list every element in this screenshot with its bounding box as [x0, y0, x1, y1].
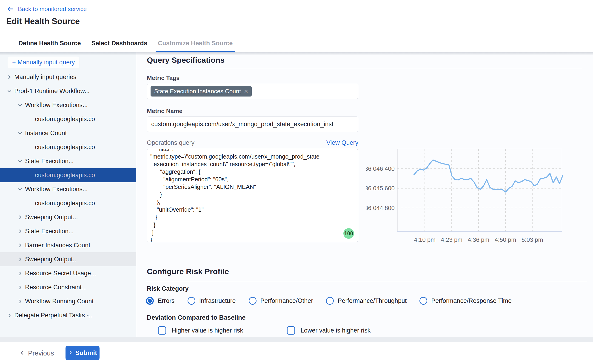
query-tree: Manually input queriesProd-1 Runtime Wor…: [0, 70, 136, 322]
deviation-checkbox-higher-value-is-higher-risk[interactable]: Higher value is higher risk: [158, 326, 243, 335]
section-divider: [146, 69, 582, 69]
chevron-right-icon[interactable]: [7, 312, 14, 318]
tree-item-prod-1-runtime-workflow[interactable]: Prod-1 Runtime Workflow...: [0, 84, 136, 98]
chevron-down-icon[interactable]: [17, 130, 25, 136]
configure-risk-profile-title: Configure Risk Profile: [147, 267, 229, 276]
tree-item-state-execution[interactable]: State Execution...: [0, 154, 136, 168]
chevron-down-icon[interactable]: [17, 186, 25, 192]
chevron-right-icon[interactable]: [17, 285, 25, 291]
chevron-down-icon[interactable]: [17, 102, 25, 108]
tree-item-label: Delegate Perpetual Tasks -...: [14, 312, 94, 319]
checkbox-icon[interactable]: [158, 326, 166, 335]
radio-icon[interactable]: [188, 297, 195, 305]
tree-item-resource-constraint[interactable]: Resource Constraint...: [0, 280, 136, 294]
risk-radio-label: Infrastructure: [199, 297, 236, 305]
tree-item-sweeping-output[interactable]: Sweeping Output...: [0, 252, 136, 266]
tree-item-custom-googleapis-co[interactable]: custom.googleapis.co: [0, 196, 136, 210]
manually-input-query-link[interactable]: + Manually input query: [8, 57, 79, 68]
tree-item-workflow-running-count[interactable]: Workflow Running Count: [0, 294, 136, 308]
radio-icon[interactable]: [419, 297, 427, 305]
risk-radio-label: Errors: [158, 297, 175, 305]
radio-icon[interactable]: [249, 297, 256, 305]
chevron-right-icon[interactable]: [17, 299, 25, 305]
tree-item-custom-googleapis-co[interactable]: custom.googleapis.co: [0, 112, 136, 126]
remove-tag-icon[interactable]: ×: [244, 88, 248, 95]
metric-name-input[interactable]: [147, 117, 358, 132]
risk-radio-label: Performance/Response Time: [431, 297, 512, 305]
deviation-checkbox-group: Higher value is higher riskLower value i…: [158, 326, 371, 335]
svg-text:4:36 pm: 4:36 pm: [468, 236, 489, 243]
metric-tag-chip: State Execution Instances Count ×: [150, 86, 252, 97]
risk-radio-performance-other[interactable]: Performance/Other: [249, 297, 313, 305]
tree-item-manually-input-queries[interactable]: Manually input queries: [0, 70, 136, 84]
view-query-link[interactable]: View Query: [326, 139, 358, 146]
chevron-right-icon[interactable]: [17, 242, 25, 248]
tree-item-resource-secret-usage[interactable]: Resource Secret Usage...: [0, 266, 136, 280]
tree-item-label: custom.googleapis.co: [35, 200, 95, 207]
submit-button[interactable]: Submit: [65, 346, 99, 360]
query-tree-sidebar: + Manually input query Manually input qu…: [0, 52, 136, 342]
back-to-monitored-service-link[interactable]: Back to monitored service: [7, 5, 87, 13]
tree-item-label: Sweeping Output...: [25, 256, 78, 263]
tree-item-custom-googleapis-co[interactable]: custom.googleapis.co: [0, 168, 136, 182]
footer-bar: Previous Submit: [0, 342, 593, 364]
risk-category-label: Risk Category: [147, 285, 189, 292]
tree-item-sweeping-output[interactable]: Sweeping Output...: [0, 210, 136, 224]
tab-define-health-source[interactable]: Define Health Source: [18, 34, 81, 52]
tree-item-label: Barrier Instances Count: [25, 242, 90, 249]
tree-item-barrier-instances-count[interactable]: Barrier Instances Count: [0, 238, 136, 252]
risk-radio-performance-response-time[interactable]: Performance/Response Time: [419, 297, 512, 305]
metric-tags-input[interactable]: State Execution Instances Count ×: [147, 84, 358, 99]
tree-item-label: custom.googleapis.co: [35, 116, 95, 123]
tree-item-label: Resource Secret Usage...: [25, 270, 96, 277]
previous-button-label: Previous: [28, 350, 54, 357]
chevron-left-icon: [19, 350, 25, 357]
tree-item-state-execution[interactable]: State Execution...: [0, 224, 136, 238]
tab-select-dashboards[interactable]: Select Dashboards: [91, 34, 147, 52]
radio-selected-icon[interactable]: [146, 297, 154, 305]
tree-item-delegate-perpetual-tasks[interactable]: Delegate Perpetual Tasks -...: [0, 308, 136, 322]
operations-query-editor[interactable]: "filter": "metric.type=\"custom.googleap…: [147, 149, 358, 242]
checkbox-icon[interactable]: [287, 326, 295, 335]
svg-text:4:23 pm: 4:23 pm: [441, 236, 463, 243]
chevron-right-icon[interactable]: [17, 256, 25, 262]
chevron-right-icon[interactable]: [17, 228, 25, 234]
metric-line-chart: 36 046 40036 045 60036 044 8004:10 pm4:2…: [366, 148, 575, 257]
tree-item-label: Sweeping Output...: [25, 214, 78, 221]
chevron-right-icon: [68, 349, 73, 357]
tree-item-label: State Execution...: [25, 158, 74, 165]
chevron-down-icon[interactable]: [17, 158, 25, 164]
tab-customize-health-source[interactable]: Customize Health Source: [158, 34, 233, 52]
risk-radio-infrastructure[interactable]: Infrastructure: [188, 297, 236, 305]
risk-radio-performance-throughput[interactable]: Performance/Throughput: [326, 297, 407, 305]
risk-radio-errors[interactable]: Errors: [146, 297, 175, 305]
back-arrow-icon: [7, 5, 14, 13]
svg-text:36 044 800: 36 044 800: [366, 205, 395, 211]
tree-item-workflow-executions[interactable]: Workflow Executions...: [0, 182, 136, 196]
operations-query-label: Operations query: [147, 139, 195, 146]
query-specifications-panel: Query Specifications Metric Tags State E…: [136, 52, 593, 342]
risk-radio-label: Performance/Throughput: [338, 297, 407, 305]
svg-text:36 045 600: 36 045 600: [366, 185, 395, 192]
deviation-checkbox-label: Lower value is higher risk: [301, 327, 371, 334]
svg-text:5:03 pm: 5:03 pm: [521, 236, 543, 243]
chevron-right-icon[interactable]: [17, 271, 25, 276]
tree-item-instance-count[interactable]: Instance Count: [0, 126, 136, 140]
radio-icon[interactable]: [326, 297, 334, 305]
tree-item-label: State Execution...: [25, 228, 74, 235]
svg-text:4:10 pm: 4:10 pm: [414, 236, 436, 243]
chevron-right-icon[interactable]: [17, 214, 25, 220]
chevron-down-icon[interactable]: [7, 88, 14, 94]
query-specifications-title: Query Specifications: [147, 56, 225, 65]
chevron-right-icon[interactable]: [7, 74, 14, 80]
metric-tag-chip-label: State Execution Instances Count: [154, 88, 241, 95]
deviation-checkbox-lower-value-is-higher-risk[interactable]: Lower value is higher risk: [287, 326, 371, 335]
tab-bar: Define Health SourceSelect DashboardsCus…: [0, 34, 593, 52]
risk-radio-label: Performance/Other: [261, 297, 313, 305]
svg-text:36 046 400: 36 046 400: [366, 165, 395, 172]
tree-item-workflow-executions[interactable]: Workflow Executions...: [0, 98, 136, 112]
previous-button[interactable]: Previous: [19, 342, 54, 364]
tree-item-custom-googleapis-co[interactable]: custom.googleapis.co: [0, 140, 136, 154]
risk-category-radio-group: ErrorsInfrastructurePerformance/OtherPer…: [146, 295, 512, 307]
chart-svg: 36 046 40036 045 60036 044 8004:10 pm4:2…: [366, 148, 575, 257]
